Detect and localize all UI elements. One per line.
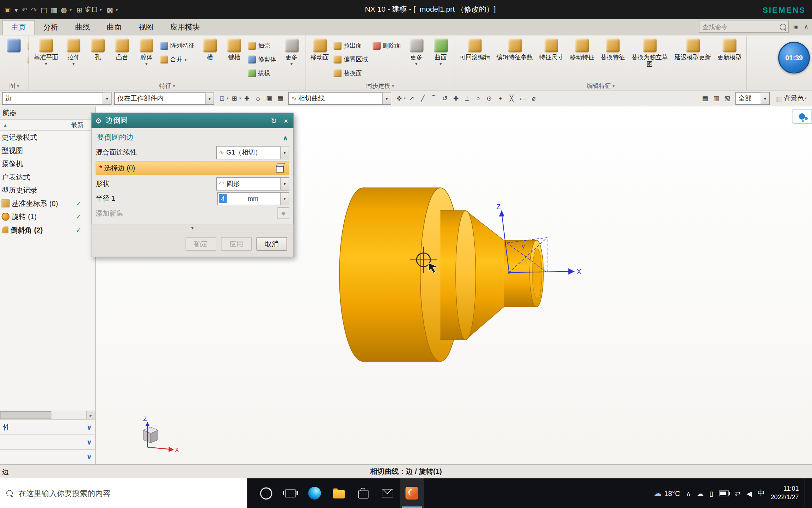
task-view-button[interactable] [278,478,302,508]
ribbon-button[interactable]: 替换特征 [597,37,628,61]
caret-down-icon[interactable]: ▾ [239,96,241,101]
ribbon-tab-3[interactable]: 曲面 [98,21,130,35]
timer-badge[interactable]: 01:39 [778,42,810,74]
volume-icon[interactable]: ◀ [746,489,752,497]
column-latest[interactable]: 最新 [71,120,84,129]
face-snap-icon[interactable]: ▭ [517,93,528,104]
ribbon-button[interactable]: 编辑特征参数 [493,37,536,61]
scrollbar-thumb[interactable] [0,411,51,419]
tree-row[interactable]: 史记录模式 [0,131,95,144]
weather-widget[interactable]: ☁ 18°C [654,489,680,498]
clock[interactable]: 11:01 2022/1/27 [770,485,799,502]
chevron-down-icon[interactable]: ∨ [86,453,92,461]
tree-row[interactable]: 户表达式 [0,170,95,184]
chevron-down-icon[interactable]: ▾ [205,93,214,104]
ribbon-tab-4[interactable]: 视图 [130,21,162,35]
command-search[interactable] [699,21,788,33]
select-from-list-icon[interactable]: ⊡ [217,93,227,104]
ribbon-tab-5[interactable]: 应用模块 [162,21,208,35]
save-icon[interactable]: ▣ [3,5,12,14]
copy-icon[interactable]: ▥ [50,5,58,14]
edge-app-button[interactable] [302,478,327,508]
ribbon-button-small[interactable]: 替换面 [332,66,371,80]
ribbon-button[interactable]: 移动特征 [567,37,597,61]
caret-down-icon[interactable]: ▾ [116,7,118,12]
nx-app-button[interactable] [400,478,424,508]
chevron-down-icon[interactable]: ▾ [280,146,289,159]
caret-down-icon[interactable]: ▾ [805,96,807,101]
apply-button[interactable]: 应用 [221,237,252,251]
perpendicular-snap-icon[interactable]: ⊥ [462,93,472,104]
general-select-icon[interactable]: ✚ [242,93,252,104]
ribbon-button-small[interactable]: 抽壳 [246,39,279,53]
ribbon-tab-0[interactable]: 主页 [2,20,35,35]
ribbon-button[interactable]: 延迟模型更新 [671,37,714,61]
check-icon[interactable]: ✓ [76,213,81,221]
ribbon-button[interactable]: 键槽 [222,37,246,61]
navigator-hscrollbar[interactable]: ▸ [0,411,95,420]
radius-input[interactable]: 4 mm ▾ [217,192,289,205]
resource-palette-chip[interactable] [792,109,812,124]
ribbon-button[interactable]: 替换为独立草图 [628,37,671,68]
chevron-down-icon[interactable]: ▾ [382,93,391,104]
dialog-reset-button[interactable]: ↻ [269,116,279,125]
caret-down-icon[interactable]: ▾ [173,83,175,88]
caret-down-icon[interactable]: ▾ [613,83,615,88]
ribbon-button[interactable]: 凸台 [110,37,134,61]
snap-point-toggle-icon[interactable]: ✜ [394,93,405,104]
circle-snap-icon[interactable]: ○ [473,93,484,104]
ribbon-button[interactable]: 可回滚编辑 [456,37,493,61]
ribbon-button-small[interactable]: 偏置区域 [332,53,371,66]
taskbar-search[interactable] [0,478,247,508]
store-app-button[interactable] [351,478,375,508]
shaded-select-icon[interactable]: ▦ [275,93,285,104]
navigator-section[interactable]: ∨ [0,449,95,464]
curve-rule-combo[interactable]: ∿相切曲线▾ [288,92,392,105]
scroll-right-icon[interactable]: ▸ [86,411,96,419]
caret-down-icon[interactable]: ▾ [17,83,19,88]
ribbon-button-small[interactable]: 拔模 [246,66,279,80]
select-edge-row[interactable]: * 选择边 (0) [96,161,289,175]
ribbon-button[interactable]: 特征尺寸 [536,37,567,61]
onedrive-icon[interactable]: ☁ [697,489,704,497]
chevron-down-icon[interactable]: ∨ [86,423,92,431]
undo-icon[interactable]: ↶ [20,5,28,14]
dialog-close-button[interactable]: × [282,116,290,125]
type-filter-combo[interactable]: 边▾ [2,92,112,105]
ime-indicator[interactable]: 中 [758,489,765,498]
tree-row[interactable]: 型视图 [0,144,95,157]
background-color-button[interactable]: ▦背景色▾ [772,93,810,104]
endpoint-snap-icon[interactable]: ↗ [406,93,417,104]
continuity-combo[interactable]: ∿ G1（相切） ▾ [216,146,289,159]
scope-all-combo[interactable]: 全部▾ [735,92,770,105]
search-icon[interactable] [780,24,786,30]
mail-app-button[interactable] [375,478,400,508]
caret-down-icon[interactable]: ▾ [69,7,72,12]
phone-link-icon[interactable]: ▯ [709,489,713,497]
file-explorer-button[interactable] [327,478,351,508]
chevron-down-icon[interactable]: ▾ [761,93,769,104]
ribbon-button-small[interactable]: 阵列特征 [159,39,198,53]
redo-icon[interactable]: ↷ [30,5,38,14]
taskbar-search-input[interactable] [18,489,247,498]
chevron-down-icon[interactable]: ∨ [86,438,92,446]
ribbon-button[interactable]: 拉伸▾ [61,37,86,66]
ribbon-button-small[interactable]: 拉出面 [332,39,371,53]
chevron-down-icon[interactable]: ▾ [280,192,289,205]
tree-row[interactable]: 基准坐标系 (0)✓ [0,197,95,210]
ribbon-button-small[interactable]: ▾ [26,53,29,66]
ribbon-button-small[interactable]: 删除面 [371,39,404,53]
tree-row[interactable]: 摄像机 [0,157,95,171]
command-search-input[interactable] [701,23,780,31]
arc-center-snap-icon[interactable]: ↺ [439,93,450,104]
cross-snap-icon[interactable]: ╳ [506,93,517,104]
line-snap-icon[interactable]: ╱ [417,93,428,104]
chevron-down-icon[interactable]: ▾ [103,93,111,104]
caret-down-icon[interactable]: ▾ [227,96,229,101]
show-desktop-button[interactable] [805,478,808,508]
caret-down-icon[interactable]: ▾ [392,83,394,88]
concentric-snap-icon[interactable]: ⊙ [484,93,494,104]
wireframe-view-icon[interactable]: ▥ [711,93,721,104]
window-menu[interactable]: ⊞窗口▾ [73,5,104,14]
ribbon-button[interactable] [2,37,26,54]
